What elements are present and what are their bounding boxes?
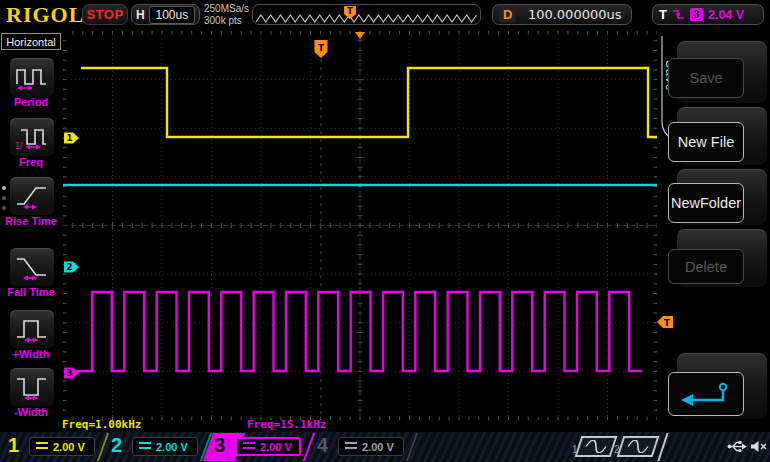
- measurement-freq-ch3: Freq=15.1kHz: [247, 418, 326, 431]
- dc-coupling-icon: [36, 442, 48, 451]
- measure-item-fall-time[interactable]: [9, 247, 55, 287]
- acquisition-info: 250MSa/s 300k pts: [204, 3, 249, 27]
- save-button[interactable]: Save: [668, 58, 744, 98]
- channel-status-bar: 1 2.00 V 2 2.00 V 3 2.00 V 4: [0, 432, 770, 462]
- preview-trigger-marker-icon: T: [344, 6, 356, 19]
- run-state-badge[interactable]: STOP: [82, 4, 128, 25]
- channel-1-number: 1: [8, 434, 19, 457]
- channel-4-scale: 2.00 V: [362, 441, 394, 453]
- source-1-indicator[interactable]: [575, 436, 618, 457]
- svg-text:T: T: [347, 7, 353, 16]
- channel-2-number: 2: [111, 434, 122, 457]
- freq-icon: 1/: [15, 124, 49, 151]
- horizontal-measure-menu: Horizontal Period 1/ Freq: [0, 30, 62, 432]
- delay-value: 100.000000us: [524, 7, 625, 22]
- measure-item-freq[interactable]: 1/: [9, 117, 55, 157]
- new-file-button[interactable]: New File: [668, 122, 744, 162]
- sine-wave-icon: [582, 440, 610, 453]
- left-menu-title: Horizontal: [1, 33, 61, 50]
- fall-time-icon: [15, 254, 49, 281]
- rigol-logo: RIGOL: [6, 2, 84, 28]
- period-icon: [15, 64, 49, 91]
- measure-label-fall-time: Fall Time: [0, 286, 62, 298]
- timebase-value: 100us: [149, 6, 195, 24]
- measure-item-minus-width[interactable]: [9, 367, 55, 407]
- plus-width-icon: [15, 316, 49, 343]
- dc-coupling-icon: [139, 442, 151, 451]
- svg-text:T: T: [318, 43, 325, 53]
- source-1-number: 1: [572, 444, 578, 455]
- falling-edge-icon: [672, 8, 685, 21]
- usb-icon: [727, 440, 747, 453]
- speaker-muted-icon: [750, 440, 767, 453]
- measure-label-minus-width: -Width: [0, 406, 62, 418]
- measure-item-period[interactable]: [9, 57, 55, 97]
- channel-1-indicator[interactable]: 1 2.00 V: [0, 432, 103, 462]
- segment-divider: [406, 433, 418, 461]
- trigger-level-marker[interactable]: T: [657, 315, 674, 333]
- dc-coupling-icon: [345, 442, 357, 451]
- measurement-freq-ch1: Freq=1.00kHz: [62, 418, 141, 431]
- svg-text:1: 1: [67, 133, 73, 143]
- trigger-level-value: 2.04 V: [708, 8, 744, 22]
- measure-label-rise-time: Rise Time: [0, 215, 62, 227]
- dc-coupling-icon: [243, 442, 255, 451]
- minus-width-icon: [15, 374, 49, 401]
- measure-label-freq: Freq: [0, 156, 62, 168]
- source-2-number: 2: [614, 444, 620, 455]
- trigger-info-box[interactable]: T 3 2.04 V: [652, 4, 764, 25]
- channel-1-scale: 2.00 V: [53, 441, 85, 453]
- rise-time-icon: [15, 183, 49, 210]
- measure-item-rise-time[interactable]: [9, 176, 55, 216]
- trigger-source-badge: 3: [690, 8, 703, 21]
- svg-text:T: T: [664, 318, 670, 328]
- sine-wave-icon: [624, 440, 652, 453]
- channel-4-indicator[interactable]: 4 2.00 V: [309, 432, 412, 462]
- oscilloscope-screen: RIGOL STOP H 100us 250MSa/s 300k pts T D…: [0, 0, 770, 462]
- delete-button[interactable]: Delete: [668, 249, 744, 284]
- channel-3-number: 3: [214, 434, 225, 457]
- measure-item-plus-width[interactable]: [9, 309, 55, 349]
- menu-page-dot: [2, 206, 6, 210]
- channel-4-number: 4: [317, 434, 328, 457]
- channel-2-indicator[interactable]: 2 2.00 V: [103, 432, 206, 462]
- new-folder-button[interactable]: NewFolder: [668, 183, 744, 223]
- horizontal-timebase-box[interactable]: H 100us: [131, 4, 200, 25]
- trigger-label: T: [659, 7, 667, 22]
- channel-2-scale: 2.00 V: [156, 441, 188, 453]
- svg-text:2: 2: [67, 262, 73, 272]
- menu-page-dot: [2, 196, 6, 200]
- channel-3-indicator[interactable]: 3 2.00 V: [206, 432, 309, 462]
- memory-depth: 300k pts: [204, 15, 249, 27]
- return-arrow-icon: [677, 381, 735, 407]
- save-menu: Save Save New File NewFolder Delete: [660, 30, 770, 432]
- channel-3-scale: 2.00 V: [260, 441, 292, 453]
- waveform-preview-bar[interactable]: T: [252, 4, 481, 25]
- horizontal-label: H: [136, 8, 145, 22]
- measure-label-plus-width: +Width: [0, 348, 62, 360]
- menu-back-button[interactable]: [668, 372, 744, 416]
- delay-box[interactable]: D 100.000000us: [492, 4, 632, 25]
- delay-label: D: [499, 7, 516, 22]
- svg-text:1/: 1/: [15, 142, 23, 151]
- measure-label-period: Period: [0, 96, 62, 108]
- waveform-display-grid[interactable]: 123T: [63, 31, 657, 420]
- top-status-bar: RIGOL STOP H 100us 250MSa/s 300k pts T D…: [0, 0, 770, 30]
- source-2-indicator[interactable]: [617, 436, 660, 457]
- preview-waveform-icon: T: [253, 5, 480, 24]
- svg-text:3: 3: [67, 368, 73, 378]
- run-state-label: STOP: [86, 7, 123, 22]
- segment-divider: [657, 433, 668, 461]
- sample-rate: 250MSa/s: [204, 3, 249, 15]
- menu-page-dot: [2, 186, 6, 190]
